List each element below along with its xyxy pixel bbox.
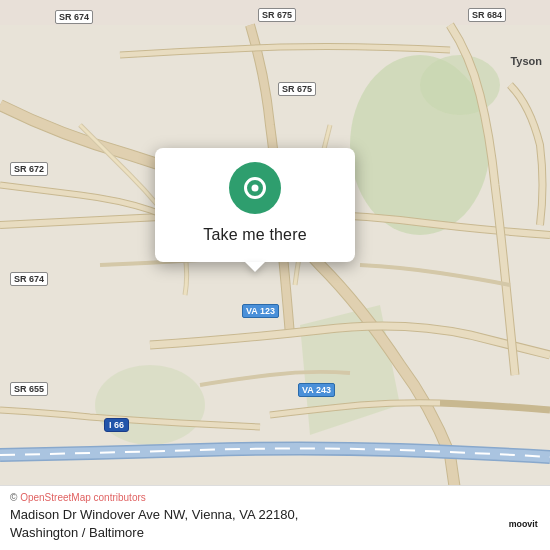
take-me-there-button[interactable]: Take me there xyxy=(203,224,306,246)
road-label-va243: VA 243 xyxy=(298,383,335,397)
map-pin-inner xyxy=(244,177,266,199)
road-label-sr674-top: SR 674 xyxy=(55,10,93,24)
address-line2: Washington / Baltimore xyxy=(10,525,144,540)
map-container: SR 674 SR 675 SR 684 SR 675 SR 672 SR 67… xyxy=(0,0,550,550)
road-label-sr684: SR 684 xyxy=(468,8,506,22)
popup-card: Take me there xyxy=(155,148,355,262)
address-line1: Madison Dr Windover Ave NW, Vienna, VA 2… xyxy=(10,507,298,522)
road-label-va123: VA 123 xyxy=(242,304,279,318)
address-row: Madison Dr Windover Ave NW, Vienna, VA 2… xyxy=(10,506,540,542)
bottom-bar: © OpenStreetMap contributors Madison Dr … xyxy=(0,485,550,550)
svg-text:moovit: moovit xyxy=(509,519,538,529)
moovit-icon: moovit xyxy=(508,508,540,540)
svg-point-2 xyxy=(420,55,500,115)
map-svg xyxy=(0,0,550,550)
tyson-label: Tyson xyxy=(510,55,542,67)
map-pin-dot xyxy=(252,185,259,192)
moovit-logo: moovit xyxy=(508,508,540,540)
address-text: Madison Dr Windover Ave NW, Vienna, VA 2… xyxy=(10,506,298,542)
road-label-sr674-mid: SR 674 xyxy=(10,272,48,286)
road-label-sr655: SR 655 xyxy=(10,382,48,396)
road-label-sr675-top: SR 675 xyxy=(258,8,296,22)
road-label-i66: I 66 xyxy=(104,418,129,432)
osm-link[interactable]: OpenStreetMap contributors xyxy=(20,492,146,503)
attribution: © OpenStreetMap contributors xyxy=(10,492,540,503)
road-label-sr672: SR 672 xyxy=(10,162,48,176)
map-pin-circle xyxy=(229,162,281,214)
svg-point-4 xyxy=(95,365,205,445)
road-label-sr675-mid: SR 675 xyxy=(278,82,316,96)
